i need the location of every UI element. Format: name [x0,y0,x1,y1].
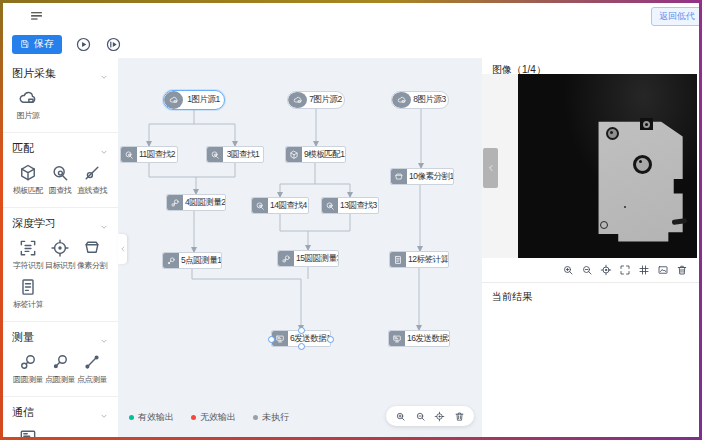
legend-dot [253,415,258,420]
flow-node-7[interactable]: 7图片源2 [287,91,345,109]
app-header: 返回低代 [3,3,699,31]
node-label: 14圆查找4 [268,200,308,212]
collapse-sidebar-handle[interactable] [118,234,127,264]
segment-icon [82,238,102,258]
sidebar-section: 通信 [3,397,118,437]
legend-dot [191,415,196,420]
node-label: 7图片源2 [307,94,344,106]
flow-node-11[interactable]: 11圆查找2 [120,146,178,163]
tool-item-measure-pp[interactable]: 点点测量 [76,352,108,385]
measure-cc-icon [167,195,183,210]
selection-handle[interactable] [298,327,305,334]
flow-node-13[interactable]: 13圆查找3 [321,197,379,214]
circle-find-icon [322,198,338,213]
chevron-down-icon[interactable] [99,143,109,153]
cloud-image-icon [288,92,307,108]
measure-pc-icon [163,253,179,268]
fullscreen-icon[interactable] [619,264,631,276]
zoom-in-icon[interactable] [562,264,574,276]
cube-icon [286,147,302,162]
legend-item: 有效输出 [129,411,174,424]
status-legend: 有效输出无效输出未执行 [129,411,289,424]
tool-item-label: 字符识别 [13,260,43,271]
locate-icon[interactable] [600,264,612,276]
tool-item-label: 直线查找 [77,185,107,196]
node-label: 1图片源1 [183,94,224,106]
legend-item: 无效输出 [191,411,236,424]
flow-node-6[interactable]: 6发送数据1 [271,330,331,347]
section-title: 匹配 [12,141,34,156]
tool-item-label: 图片源 [17,110,40,121]
flow-node-1[interactable]: 1图片源1 [163,90,225,110]
part-fiducial-square [640,118,653,130]
legend-label: 有效输出 [138,411,174,424]
circle-find-icon [121,147,137,162]
sidebar-section: 图片采集图片源 [3,58,118,133]
flow-node-15[interactable]: 15圆圆测量3 [277,250,339,267]
flow-node-3[interactable]: 3圆查找1 [206,146,264,163]
send-icon [18,427,38,437]
flow-node-10[interactable]: 10像素分割1 [390,168,454,185]
section-title: 图片采集 [12,66,56,81]
prev-image-button[interactable] [483,148,498,188]
tool-item-segment[interactable]: 像素分割 [76,238,108,271]
flow-canvas[interactable]: 1图片源17图片源28图片源311圆查找23圆查找19模板匹配110像素分割14… [118,58,483,437]
tool-item-measure-pc[interactable]: 点圆测量 [44,352,76,385]
flow-node-14[interactable]: 14圆查找4 [251,197,309,214]
tool-item-cloud-image[interactable]: 图片源 [12,88,44,121]
tool-item-label: 圆圆测量 [13,374,43,385]
chevron-down-icon[interactable] [99,218,109,228]
chevron-down-icon[interactable] [99,68,109,78]
grid-icon[interactable] [638,264,650,276]
flow-node-8[interactable]: 8图片源3 [391,91,449,109]
tool-item-circle-find[interactable]: 圆查找 [44,163,76,196]
selection-handle[interactable] [327,336,334,343]
measure-cc-icon [278,251,294,266]
trash-icon[interactable] [454,411,465,422]
tool-item-line-find[interactable]: 直线查找 [76,163,108,196]
selection-handle[interactable] [298,343,305,350]
flow-node-16[interactable]: 16发送数据2 [388,330,450,347]
node-label: 10像素分割1 [407,171,453,183]
sidebar-section: 深度学习字符识别目标识别像素分割标签计算 [3,208,118,322]
chevron-down-icon[interactable] [99,332,109,342]
measure-pp-icon [82,352,102,372]
sidebar-section: 匹配模板匹配圆查找直线查找 [3,133,118,208]
tool-item-label: 模板匹配 [13,185,43,196]
legend-label: 未执行 [262,411,289,424]
section-title: 通信 [12,405,34,420]
current-result-title: 当前结果 [492,290,532,304]
save-button-label: 保存 [34,37,54,51]
node-label: 8图片源3 [411,94,448,106]
tool-item-send[interactable] [12,427,44,437]
tool-item-target[interactable]: 目标识别 [44,238,76,271]
node-label: 3圆查找1 [223,149,263,161]
node-label: 6发送数据1 [288,333,330,345]
image-gutter [482,74,518,258]
zoom-out-icon[interactable] [415,411,426,422]
run-once-button[interactable] [105,36,122,53]
tool-item-tag-calc[interactable]: 标签计算 [12,277,44,310]
run-button[interactable] [75,36,92,53]
zoom-in-icon[interactable] [395,411,406,422]
tool-item-cube[interactable]: 模板匹配 [12,163,44,196]
flow-node-5[interactable]: 5点圆测量1 [162,252,222,269]
trash-icon[interactable] [676,264,688,276]
preview-image [518,74,697,258]
locate-icon[interactable] [434,411,445,422]
flow-node-4[interactable]: 4圆圆测量2 [166,194,226,211]
selection-handle[interactable] [268,336,275,343]
tool-item-ocr[interactable]: 字符识别 [12,238,44,271]
compare-icon[interactable] [657,264,669,276]
zoom-out-icon[interactable] [581,264,593,276]
node-label: 16发送数据2 [405,333,449,345]
tool-item-label: 点圆测量 [45,374,75,385]
flow-node-9[interactable]: 9模板匹配1 [285,146,346,163]
panel-divider [482,282,700,283]
save-button[interactable]: 保存 [12,35,62,54]
back-to-lowcode-button[interactable]: 返回低代 [651,7,702,26]
flow-node-12[interactable]: 12标签计算1 [389,251,449,268]
menu-icon[interactable] [29,9,44,24]
tool-item-measure-cc[interactable]: 圆圆测量 [12,352,44,385]
chevron-down-icon[interactable] [99,407,109,417]
